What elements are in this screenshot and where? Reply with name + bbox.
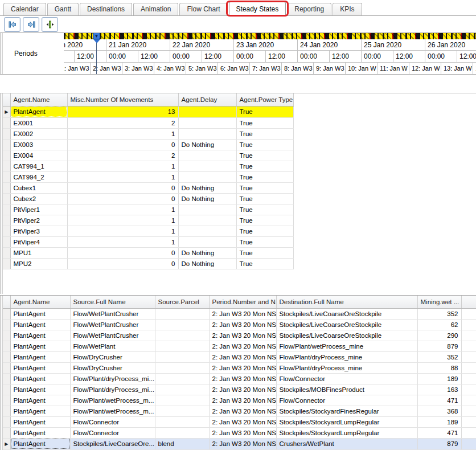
cell-source-full-name[interactable]: Flow/Plant/dryProcess_mi... — [70, 373, 155, 384]
agents-table-row[interactable]: MPU1 0 Do Nothing True — [3, 247, 293, 258]
timeline-period-cell[interactable]: 13: Jan W — [441, 63, 473, 74]
cell-agent-name[interactable]: PlantAgent — [10, 373, 70, 384]
cell-source-parcel[interactable] — [155, 362, 209, 373]
cell-source-parcel[interactable] — [155, 416, 209, 427]
cell-movements[interactable]: 2 — [67, 150, 178, 161]
cell-power-type[interactable]: True — [236, 247, 293, 258]
cell-power-type[interactable]: True — [236, 236, 293, 247]
cell-destination-full-name[interactable]: Flow/Connector — [276, 373, 417, 384]
timeline-period-cell[interactable]: 12: Jan W — [409, 63, 441, 74]
cell-agent-name[interactable]: CAT994_2 — [10, 171, 67, 182]
movements-table-row[interactable]: PlantAgent Flow/Plant/dryProcess_mi... 2… — [3, 373, 476, 384]
agents-table-row[interactable]: EX002 1 True — [3, 128, 293, 139]
cell-power-type[interactable]: True — [236, 150, 293, 161]
timeline-time-cell[interactable]: 12:00 — [393, 51, 425, 63]
timeline-time-cell[interactable]: 12:00 — [329, 51, 361, 63]
cell-movements[interactable]: 1 — [67, 128, 178, 139]
cell-destination-full-name[interactable]: Flow/Plant/dryProcess_mine — [276, 351, 417, 362]
cell-movements[interactable]: 1 — [67, 215, 178, 226]
cell-destination-full-name[interactable]: Stockpiles/StockyardLumpRegular — [276, 427, 417, 438]
cell-agent-name[interactable]: Cubex1 — [10, 182, 67, 193]
movements-table-row[interactable]: PlantAgent Flow/Plant/wetProcess_m... 2:… — [3, 406, 476, 416]
cell-agent-name[interactable]: EX003 — [10, 139, 67, 150]
cell-mining-wet-value[interactable]: 88 — [417, 362, 461, 373]
cell-agent-name[interactable]: PlantAgent — [10, 395, 70, 406]
cell-source-parcel[interactable] — [155, 330, 209, 341]
movements-table-row[interactable]: ▶ PlantAgent Stockpiles/LiveCoarseOre...… — [3, 438, 476, 449]
agents-table-row[interactable]: CAT994_1 1 True — [3, 161, 293, 171]
cell-destination-full-name[interactable]: Stockpiles/LiveCoarseOreStockpile — [276, 330, 417, 341]
cell-delay[interactable] — [178, 171, 236, 182]
movements-table-row[interactable]: PlantAgent Flow/WetPlant 2: Jan W3 20 Mo… — [3, 341, 476, 351]
cell-source-full-name[interactable]: Flow/Plant/dryProcess_mi... — [70, 384, 155, 395]
cell-destination-full-name[interactable]: Stockpiles/MOBFinesProduct — [276, 384, 417, 395]
agents-table-row[interactable]: MPU2 0 Do Nothing True — [3, 258, 293, 269]
timeline-day-cell[interactable]: 21 Jan 2020 — [106, 39, 170, 51]
cell-movements[interactable]: 1 — [67, 204, 178, 215]
cell-mining-wet-value[interactable]: 62 — [417, 319, 461, 330]
cell-destination-full-name[interactable]: Stockpiles/StockyardFinesRegular — [276, 406, 417, 416]
timeline-day-cell[interactable]: 24 Jan 2020 — [297, 39, 361, 51]
cell-delay[interactable] — [178, 236, 236, 247]
movements-table-row[interactable]: PlantAgent Flow/DryCrusher 2: Jan W3 20 … — [3, 351, 476, 362]
cell-source-parcel[interactable]: blend — [155, 438, 209, 449]
timeline-time-cell[interactable]: 00:00 — [170, 51, 202, 63]
cell-delay[interactable]: Do Nothing — [178, 139, 236, 150]
cell-movements[interactable]: 2 — [67, 117, 178, 128]
cell-source-parcel[interactable] — [155, 395, 209, 406]
cell-agent-name[interactable]: MPU2 — [10, 258, 67, 269]
tab-calendar[interactable]: Calendar — [3, 3, 46, 15]
cell-source-full-name[interactable]: Flow/WetPlantCrusher — [70, 330, 155, 341]
cell-source-full-name[interactable]: Flow/DryCrusher — [70, 351, 155, 362]
cell-mining-wet-value[interactable]: 189 — [417, 416, 461, 427]
cell-agent-name[interactable]: PitViper2 — [10, 215, 67, 226]
cell-power-type[interactable]: True — [236, 139, 293, 150]
cell-period-number[interactable]: 2: Jan W3 20 Mon NS — [209, 308, 276, 319]
cell-delay[interactable] — [178, 226, 236, 236]
cell-agent-name[interactable]: Cubex2 — [10, 193, 67, 204]
cell-destination-full-name[interactable]: Flow/Plant/dryProcess_mine — [276, 362, 417, 373]
agents-table-row[interactable]: PitViper4 1 True — [3, 236, 293, 247]
cell-source-parcel[interactable] — [155, 351, 209, 362]
cell-power-type[interactable]: True — [236, 161, 293, 171]
cell-source-parcel[interactable] — [155, 427, 209, 438]
cell-agent-name[interactable]: EX001 — [10, 117, 67, 128]
cell-delay[interactable] — [178, 150, 236, 161]
cell-agent-name[interactable]: MPU1 — [10, 247, 67, 258]
cell-power-type[interactable]: True — [236, 171, 293, 182]
timeline-period-cell[interactable]: 1: Jan W3 — [64, 63, 90, 74]
cell-delay[interactable]: Do Nothing — [178, 193, 236, 204]
timeline-time-cell[interactable]: 00:00 — [297, 51, 329, 63]
cell-movements[interactable]: 0 — [67, 139, 178, 150]
movements-table-row[interactable]: PlantAgent Flow/WetPlantCrusher 2: Jan W… — [3, 330, 476, 341]
timeline-time-cell[interactable]: 12:00 — [457, 51, 476, 63]
col-header-delay[interactable]: Agent.Delay — [178, 93, 236, 106]
cell-movements[interactable]: 1 — [67, 171, 178, 182]
cell-source-parcel[interactable] — [155, 341, 209, 351]
cell-period-number[interactable]: 2: Jan W3 20 Mon NS — [209, 319, 276, 330]
movements-table-row[interactable]: PlantAgent Flow/DryCrusher 2: Jan W3 20 … — [3, 362, 476, 373]
timeline-period-cell[interactable]: 2: Jan W3 — [90, 63, 122, 74]
cell-movements[interactable]: 13 — [67, 106, 178, 117]
cell-agent-name[interactable]: PlantAgent — [10, 308, 70, 319]
cell-movements[interactable]: 0 — [67, 182, 178, 193]
cell-period-number[interactable]: 2: Jan W3 20 Mon NS — [209, 373, 276, 384]
movements-table-row[interactable]: PlantAgent Flow/Plant/wetProcess_m... 2:… — [3, 395, 476, 406]
cell-agent-name[interactable]: PlantAgent — [10, 427, 70, 438]
cell-delay[interactable] — [178, 128, 236, 139]
timeline-time-cell[interactable]: 00:00 — [233, 51, 265, 63]
cell-agent-name[interactable]: PitViper1 — [10, 204, 67, 215]
cell-agent-name[interactable]: PitViper3 — [10, 226, 67, 236]
cell-movements[interactable]: 1 — [67, 236, 178, 247]
timeline-time-cell[interactable]: 00:00 — [106, 51, 138, 63]
movements-table-row[interactable]: PlantAgent Flow/WetPlantCrusher 2: Jan W… — [3, 319, 476, 330]
tab-steady-states[interactable]: Steady States — [229, 2, 286, 16]
cell-agent-name[interactable]: PlantAgent — [10, 362, 70, 373]
cell-source-full-name[interactable]: Flow/WetPlantCrusher — [70, 319, 155, 330]
cell-agent-name[interactable]: PlantAgent — [10, 319, 70, 330]
timeline-period-cell[interactable]: 8: Jan W3 — [281, 63, 313, 74]
timeline-period-cell[interactable]: 11: Jan W — [377, 63, 409, 74]
col-header-source-full-name[interactable]: Source.Full Name — [70, 296, 155, 308]
agents-table-row[interactable]: PitViper3 1 True — [3, 226, 293, 236]
cell-movements[interactable]: 1 — [67, 226, 178, 236]
